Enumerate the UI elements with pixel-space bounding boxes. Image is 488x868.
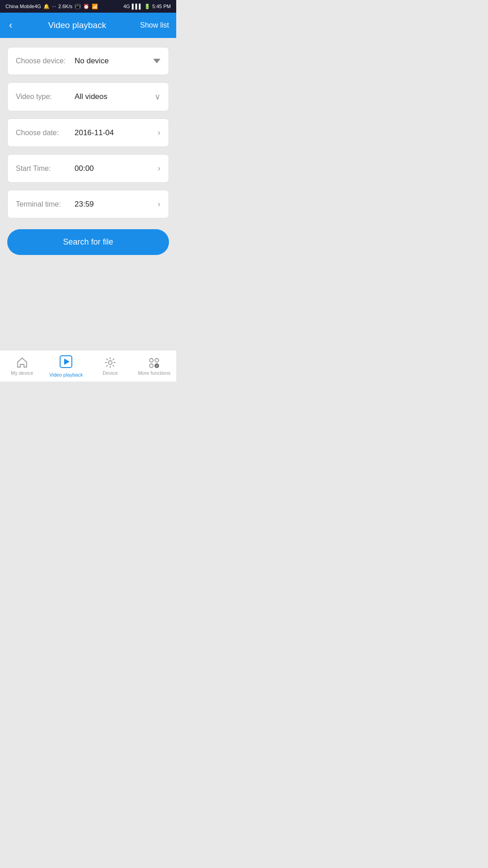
terminal-time-label: Terminal time: bbox=[16, 200, 75, 208]
nav-item-video-playback[interactable]: Video playback bbox=[44, 350, 89, 382]
search-for-file-button[interactable]: Search for file bbox=[7, 229, 169, 255]
choose-date-label: Choose date: bbox=[16, 129, 75, 137]
choose-device-value: No device bbox=[75, 57, 150, 66]
svg-point-2 bbox=[108, 361, 112, 364]
header: ‹ Video playback Show list bbox=[0, 13, 176, 38]
more-functions-icon bbox=[147, 357, 161, 368]
start-time-row[interactable]: Start Time: 00:00 › bbox=[7, 154, 169, 183]
terminal-time-value: 23:59 bbox=[75, 200, 158, 209]
status-bar: China Mobile4G 🔔 ··· 2.6K/s 📳 ⏰ 📶 4G ▌▌▌… bbox=[0, 0, 176, 13]
chevron-down-icon: ∨ bbox=[155, 92, 160, 102]
show-list-button[interactable]: Show list bbox=[140, 21, 169, 29]
nav-item-my-device[interactable]: My device bbox=[0, 350, 44, 382]
chevron-right-icon: › bbox=[158, 199, 160, 209]
svg-point-3 bbox=[150, 359, 153, 362]
chevron-right-icon: › bbox=[158, 164, 160, 173]
play-icon bbox=[59, 355, 73, 368]
video-type-row[interactable]: Video type: All videos ∨ bbox=[7, 82, 169, 111]
terminal-time-row[interactable]: Terminal time: 23:59 › bbox=[7, 190, 169, 218]
svg-point-6 bbox=[155, 364, 159, 368]
svg-point-5 bbox=[150, 364, 153, 368]
choose-device-label: Choose device: bbox=[16, 57, 75, 65]
chevron-down-icon bbox=[153, 57, 160, 65]
main-content: Choose device: No device Video type: All… bbox=[0, 38, 176, 264]
nav-label-device: Device bbox=[103, 370, 118, 376]
nav-item-more-functions[interactable]: More functions bbox=[132, 350, 177, 382]
nav-item-device[interactable]: Device bbox=[88, 350, 132, 382]
nav-label-video-playback: Video playback bbox=[49, 372, 83, 377]
svg-point-4 bbox=[155, 359, 159, 362]
status-time: 4G ▌▌▌ 🔋 5:45 PM bbox=[123, 4, 171, 9]
settings-icon bbox=[104, 357, 116, 368]
choose-date-row[interactable]: Choose date: 2016-11-04 › bbox=[7, 118, 169, 147]
nav-label-my-device: My device bbox=[11, 370, 33, 376]
start-time-label: Start Time: bbox=[16, 165, 75, 173]
svg-marker-1 bbox=[64, 359, 70, 365]
choose-date-value: 2016-11-04 bbox=[75, 128, 158, 137]
page-title: Video playback bbox=[14, 20, 140, 30]
bottom-navigation: My device Video playback Device More fun… bbox=[0, 350, 176, 382]
video-type-label: Video type: bbox=[16, 93, 75, 101]
back-button[interactable]: ‹ bbox=[7, 16, 14, 35]
video-type-value: All videos bbox=[75, 92, 151, 101]
chevron-right-icon: › bbox=[158, 128, 160, 137]
choose-device-row[interactable]: Choose device: No device bbox=[7, 47, 169, 75]
home-icon bbox=[16, 357, 28, 368]
nav-label-more-functions: More functions bbox=[138, 370, 170, 376]
status-carrier: China Mobile4G 🔔 ··· 2.6K/s 📳 ⏰ 📶 bbox=[5, 4, 98, 9]
start-time-value: 00:00 bbox=[75, 164, 158, 173]
